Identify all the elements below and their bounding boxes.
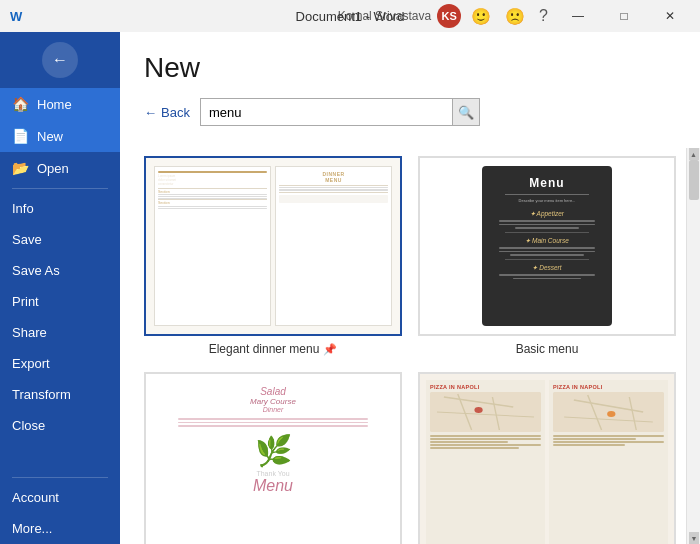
- close-button[interactable]: ✕: [650, 0, 690, 32]
- emoji-sad-icon[interactable]: 🙁: [501, 5, 529, 28]
- svg-point-11: [607, 411, 615, 417]
- main-layout: ← 🏠 Home 📄 New 📂 Open Info Save Save As …: [0, 32, 700, 544]
- back-link-label: Back: [161, 105, 190, 120]
- sidebar-item-account[interactable]: Account: [0, 482, 120, 513]
- sidebar-bottom: Account More...: [0, 473, 120, 544]
- template-thumb-basic-menu[interactable]: Menu Describe your menu item here... ✦ A…: [418, 156, 676, 336]
- sidebar-divider-top: [12, 188, 108, 189]
- sidebar-item-share[interactable]: Share: [0, 317, 120, 348]
- search-button[interactable]: 🔍: [452, 98, 480, 126]
- print-label: Print: [12, 294, 39, 309]
- svg-point-5: [474, 407, 482, 413]
- sidebar-item-info[interactable]: Info: [0, 193, 120, 224]
- templates-scroll[interactable]: Lorem ipsumdolor sit ametconsectetur Sec…: [120, 148, 700, 544]
- pizza-page2-title: PIZZA IN NAPOLI: [553, 384, 664, 390]
- sidebar-item-save[interactable]: Save: [0, 224, 120, 255]
- sidebar-divider-bottom: [12, 477, 108, 478]
- back-link[interactable]: ← Back: [144, 105, 190, 120]
- scrollbar-track[interactable]: ▲ ▼: [686, 148, 700, 544]
- pin-icon: 📌: [323, 343, 337, 356]
- page-title: New: [144, 52, 676, 84]
- sidebar-back-button[interactable]: ←: [42, 42, 78, 78]
- template-item-elegant-dinner[interactable]: Lorem ipsumdolor sit ametconsectetur Sec…: [144, 156, 402, 356]
- help-button[interactable]: ?: [535, 5, 552, 27]
- sidebar-item-more[interactable]: More...: [0, 513, 120, 544]
- appetizer-section: ✦ Appetizer: [530, 210, 564, 218]
- template-label-elegant-dinner: Elegant dinner menu 📌: [209, 342, 338, 356]
- more-label: More...: [12, 521, 52, 536]
- templates-grid: Lorem ipsumdolor sit ametconsectetur Sec…: [144, 156, 676, 544]
- template-thumb-elegant-dinner[interactable]: Lorem ipsumdolor sit ametconsectetur Sec…: [144, 156, 402, 336]
- template-item-basic-menu[interactable]: Menu Describe your menu item here... ✦ A…: [418, 156, 676, 356]
- template-thumb-dinner-party[interactable]: Salad Mary Course Dinner 🌿 Thank You Men…: [144, 372, 402, 544]
- sidebar-new-label: New: [37, 129, 63, 144]
- account-label: Account: [12, 490, 59, 505]
- titlebar-left: W: [10, 9, 22, 24]
- sidebar: ← 🏠 Home 📄 New 📂 Open Info Save Save As …: [0, 32, 120, 544]
- template-label-basic-menu: Basic menu: [516, 342, 579, 356]
- export-label: Export: [12, 356, 50, 371]
- search-input-wrap: 🔍: [200, 98, 480, 126]
- sidebar-item-home[interactable]: 🏠 Home: [0, 88, 120, 120]
- template-item-dinner-party[interactable]: Salad Mary Course Dinner 🌿 Thank You Men…: [144, 372, 402, 544]
- sidebar-home-label: Home: [37, 97, 72, 112]
- title-bar: W Document1 - Word Komal Srivastava KS 🙂…: [0, 0, 700, 32]
- sidebar-item-export[interactable]: Export: [0, 348, 120, 379]
- dessert-section: ✦ Dessert: [532, 264, 561, 272]
- close-label: Close: [12, 418, 45, 433]
- titlebar-title: Document1 - Word: [296, 9, 405, 24]
- sidebar-item-new[interactable]: 📄 New: [0, 120, 120, 152]
- open-icon: 📂: [12, 160, 29, 176]
- sidebar-open-label: Open: [37, 161, 69, 176]
- search-bar: ← Back 🔍: [144, 98, 676, 126]
- scroll-up-button[interactable]: ▲: [689, 148, 699, 160]
- sidebar-item-open[interactable]: 📂 Open: [0, 152, 120, 184]
- minimize-button[interactable]: —: [558, 0, 598, 32]
- home-icon: 🏠: [12, 96, 29, 112]
- save-label: Save: [12, 232, 42, 247]
- sidebar-item-print[interactable]: Print: [0, 286, 120, 317]
- share-label: Share: [12, 325, 47, 340]
- scrollbar-thumb[interactable]: [689, 160, 699, 200]
- sidebar-item-save-as[interactable]: Save As: [0, 255, 120, 286]
- save-as-label: Save As: [12, 263, 60, 278]
- content-area: New ← Back 🔍: [120, 32, 700, 544]
- sidebar-item-close[interactable]: Close: [0, 410, 120, 441]
- template-item-pizza-menu[interactable]: PIZZA IN NAPOLI: [418, 372, 676, 544]
- emoji-happy-icon[interactable]: 🙂: [467, 5, 495, 28]
- content-header: New ← Back 🔍: [120, 32, 700, 148]
- back-arrow-icon: ←: [52, 51, 68, 69]
- pizza-page1-title: PIZZA IN NAPOLI: [430, 384, 541, 390]
- sidebar-item-transform[interactable]: Transform: [0, 379, 120, 410]
- back-arrow-icon: ←: [144, 105, 157, 120]
- info-label: Info: [12, 201, 34, 216]
- transform-label: Transform: [12, 387, 71, 402]
- basic-menu-title-text: Menu: [529, 176, 564, 190]
- new-icon: 📄: [12, 128, 29, 144]
- main-course-section: ✦ Main Course: [525, 237, 569, 245]
- search-icon: 🔍: [458, 105, 474, 120]
- scroll-down-button[interactable]: ▼: [689, 532, 699, 544]
- user-avatar[interactable]: KS: [437, 4, 461, 28]
- search-input[interactable]: [200, 98, 480, 126]
- template-thumb-pizza-menu[interactable]: PIZZA IN NAPOLI: [418, 372, 676, 544]
- word-logo-icon: W: [10, 9, 22, 24]
- maximize-button[interactable]: □: [604, 0, 644, 32]
